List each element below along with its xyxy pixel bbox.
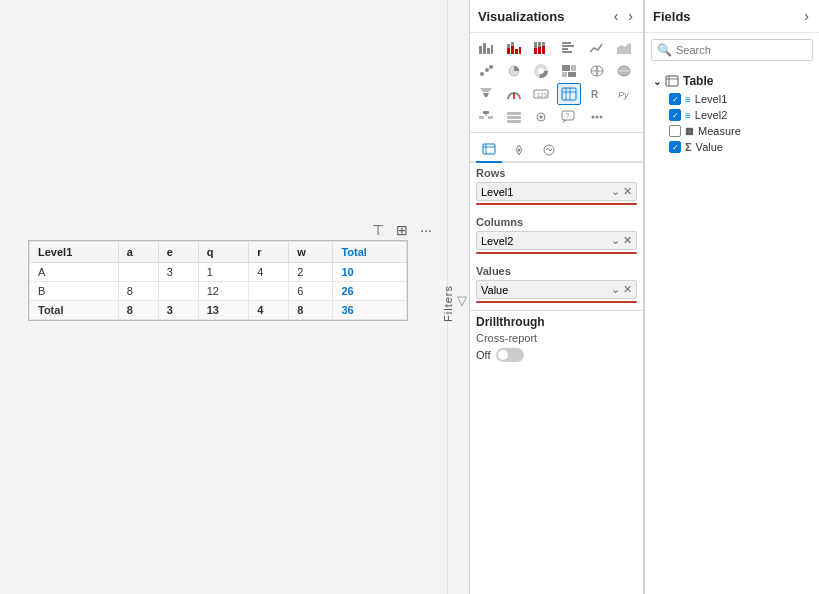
fields-expand-icon[interactable]: › bbox=[802, 6, 811, 26]
field-item-level2[interactable]: ≡ Level2 bbox=[649, 107, 815, 123]
search-input[interactable] bbox=[676, 44, 814, 56]
filter-icon[interactable]: ⊤ bbox=[370, 220, 386, 240]
field-item-value[interactable]: Σ Value bbox=[649, 139, 815, 155]
viz-icon-decomposition[interactable] bbox=[474, 106, 498, 128]
viz-icons-grid: 123 R Py ? bbox=[470, 33, 643, 130]
viz-icon-scatter[interactable] bbox=[474, 60, 498, 82]
viz-icon-stacked-bar[interactable] bbox=[502, 37, 526, 59]
more-options-icon[interactable]: ··· bbox=[418, 220, 434, 240]
cell-q: 1 bbox=[198, 263, 249, 282]
svg-marker-20 bbox=[617, 43, 631, 54]
field-checkbox-level1[interactable] bbox=[669, 93, 681, 105]
field-checkbox-value[interactable] bbox=[669, 141, 681, 153]
columns-pill-label: Level2 bbox=[481, 235, 611, 247]
viz-icon-treemap[interactable] bbox=[557, 60, 581, 82]
table-row[interactable]: A 3 1 4 2 10 bbox=[30, 263, 407, 282]
field-type-icon-level1: ≡ bbox=[685, 94, 691, 105]
field-type-icon-measure: ▦ bbox=[685, 126, 694, 136]
tab-build-visual[interactable] bbox=[476, 139, 502, 163]
viz-icon-map[interactable] bbox=[585, 60, 609, 82]
svg-rect-47 bbox=[483, 111, 489, 114]
viz-icon-table[interactable] bbox=[557, 83, 581, 105]
cell-e: 3 bbox=[158, 263, 198, 282]
field-item-measure[interactable]: ▦ Measure bbox=[649, 123, 815, 139]
columns-pill-remove[interactable]: ✕ bbox=[623, 234, 632, 247]
svg-rect-50 bbox=[488, 116, 493, 119]
cell-label: B bbox=[30, 282, 119, 301]
field-checkbox-measure[interactable] bbox=[669, 125, 681, 137]
values-pill-remove[interactable]: ✕ bbox=[623, 283, 632, 296]
col-header-r: r bbox=[249, 242, 289, 263]
viz-expand-right-icon[interactable]: › bbox=[626, 6, 635, 26]
viz-icon-filled-map[interactable] bbox=[612, 60, 636, 82]
values-section: Values Value ⌄ ✕ bbox=[470, 261, 643, 310]
values-pill-chevron[interactable]: ⌄ bbox=[611, 283, 620, 296]
svg-point-60 bbox=[595, 116, 598, 119]
svg-rect-51 bbox=[507, 112, 521, 115]
fields-search-box[interactable]: 🔍 bbox=[651, 39, 813, 61]
svg-rect-7 bbox=[511, 42, 514, 46]
viz-icon-donut[interactable] bbox=[529, 60, 553, 82]
viz-icon-pie[interactable] bbox=[502, 60, 526, 82]
viz-icon-slicer[interactable] bbox=[502, 106, 526, 128]
col-header-e: e bbox=[158, 242, 198, 263]
tab-analytics[interactable] bbox=[536, 139, 562, 163]
viz-icon-line[interactable] bbox=[585, 37, 609, 59]
viz-icon-funnel[interactable] bbox=[474, 83, 498, 105]
viz-icon-bar[interactable] bbox=[474, 37, 498, 59]
data-table: Level1 a e q r w Total A 3 1 4 2 10 bbox=[29, 241, 407, 320]
field-type-icon-value: Σ bbox=[685, 141, 692, 153]
svg-rect-28 bbox=[571, 65, 576, 71]
tab-format-visual[interactable] bbox=[506, 139, 532, 163]
cross-report-toggle[interactable] bbox=[496, 348, 524, 362]
rows-label: Rows bbox=[476, 167, 637, 179]
field-checkbox-level2[interactable] bbox=[669, 109, 681, 121]
columns-pill-chevron[interactable]: ⌄ bbox=[611, 234, 620, 247]
viz-collapse-left-icon[interactable]: ‹ bbox=[612, 6, 621, 26]
columns-section: Columns Level2 ⌄ ✕ bbox=[470, 212, 643, 261]
viz-icon-r-script[interactable]: R bbox=[585, 83, 609, 105]
svg-point-23 bbox=[489, 65, 493, 69]
svg-point-55 bbox=[540, 116, 543, 119]
viz-icon-area[interactable] bbox=[612, 37, 636, 59]
svg-text:Py: Py bbox=[618, 90, 629, 100]
field-item-level1[interactable]: ≡ Level1 bbox=[649, 91, 815, 107]
values-pill[interactable]: Value ⌄ ✕ bbox=[476, 280, 637, 299]
svg-rect-29 bbox=[562, 72, 567, 77]
toggle-off-label: Off bbox=[476, 349, 490, 361]
total-w: 8 bbox=[289, 301, 333, 320]
fields-panel: Fields › 🔍 ⌄ Table ≡ Level1 bbox=[644, 0, 819, 594]
table-row-total: Total 8 3 13 4 8 36 bbox=[30, 301, 407, 320]
svg-rect-49 bbox=[479, 116, 484, 119]
svg-rect-6 bbox=[511, 46, 514, 54]
viz-icon-qna[interactable]: ? bbox=[557, 106, 581, 128]
rows-pill[interactable]: Level1 ⌄ ✕ bbox=[476, 182, 637, 201]
col-header-q: q bbox=[198, 242, 249, 263]
columns-pill[interactable]: Level2 ⌄ ✕ bbox=[476, 231, 637, 250]
viz-icon-python[interactable]: Py bbox=[612, 83, 636, 105]
svg-rect-67 bbox=[666, 76, 678, 86]
total-r: 4 bbox=[249, 301, 289, 320]
viz-icon-horizontal-bar[interactable] bbox=[557, 37, 581, 59]
cell-e bbox=[158, 282, 198, 301]
cell-r: 4 bbox=[249, 263, 289, 282]
svg-rect-3 bbox=[491, 45, 493, 54]
total-label: Total bbox=[30, 301, 119, 320]
viz-icon-analytics[interactable] bbox=[529, 106, 553, 128]
col-header-total: Total bbox=[333, 242, 407, 263]
viz-icon-more[interactable] bbox=[585, 106, 609, 128]
rows-pill-remove[interactable]: ✕ bbox=[623, 185, 632, 198]
svg-text:R: R bbox=[591, 89, 599, 100]
cell-w: 6 bbox=[289, 282, 333, 301]
viz-icon-100-bar[interactable] bbox=[529, 37, 553, 59]
viz-icon-gauge[interactable] bbox=[502, 83, 526, 105]
cell-a bbox=[118, 263, 158, 282]
table-row[interactable]: B 8 12 6 26 bbox=[30, 282, 407, 301]
viz-icon-card[interactable]: 123 bbox=[529, 83, 553, 105]
rows-pill-chevron[interactable]: ⌄ bbox=[611, 185, 620, 198]
table-group-header[interactable]: ⌄ Table bbox=[649, 71, 815, 91]
expand-icon[interactable]: ⊞ bbox=[394, 220, 410, 240]
search-icon: 🔍 bbox=[657, 43, 672, 57]
svg-rect-30 bbox=[568, 72, 576, 77]
total-total: 36 bbox=[333, 301, 407, 320]
